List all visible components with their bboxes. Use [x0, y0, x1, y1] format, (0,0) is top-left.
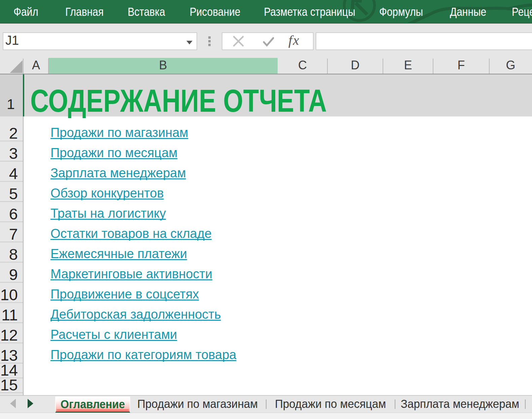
svg-text:fx: fx: [288, 33, 300, 48]
